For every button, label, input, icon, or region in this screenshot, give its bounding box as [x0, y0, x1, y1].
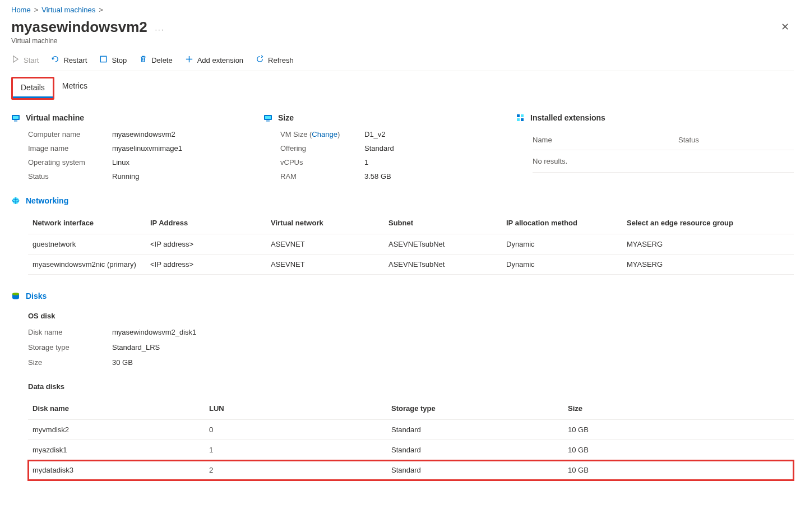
svg-rect-0: [101, 56, 107, 62]
value-os: Linux: [112, 158, 263, 166]
restart-icon: [51, 55, 59, 65]
refresh-icon: [256, 55, 264, 65]
plus-icon: [185, 55, 193, 65]
section-extensions: Installed extensions Name Status No resu…: [516, 113, 794, 181]
highlight-details-tab: Details: [11, 77, 54, 100]
disks-icon: [11, 292, 20, 300]
label-status: Status: [28, 172, 112, 181]
label-image-name: Image name: [28, 144, 112, 152]
svg-rect-5: [265, 116, 271, 119]
disks-header-link[interactable]: Disks: [26, 292, 47, 300]
size-icon: [263, 113, 272, 122]
label-size: Size: [28, 358, 112, 367]
osdisk-subheader: OS disk: [28, 312, 794, 320]
networking-table: Network interface IP Address Virtual net…: [28, 213, 794, 275]
table-row: myasewindowsvm2nic (primary) <IP address…: [28, 255, 794, 275]
value-ram: 3.58 GB: [364, 172, 516, 181]
label-storagetype: Storage type: [28, 343, 112, 351]
breadcrumb-vms[interactable]: Virtual machines: [41, 6, 95, 14]
page-title: myasewindowsvm2: [11, 18, 147, 36]
label-ram: RAM: [280, 172, 364, 181]
table-row-highlighted: mydatadisk3 2 Standard 10 GB: [28, 460, 794, 480]
value-image-name: myaselinuxvmimage1: [112, 144, 263, 152]
tab-details[interactable]: Details: [13, 78, 53, 98]
net-col-nic: Network interface: [28, 213, 146, 234]
section-vm-header: Virtual machine: [26, 113, 84, 122]
refresh-button[interactable]: Refresh: [256, 55, 294, 65]
value-offering: Standard: [364, 144, 516, 152]
ext-col-status: Status: [678, 136, 699, 144]
start-button[interactable]: Start: [11, 55, 39, 65]
more-actions-button[interactable]: ···: [155, 25, 164, 34]
close-button[interactable]: ✕: [776, 18, 794, 35]
vm-icon: [11, 113, 20, 122]
value-status: Running: [112, 172, 263, 181]
datadisks-subheader: Data disks: [28, 382, 794, 391]
chevron-right-icon: >: [34, 6, 39, 14]
disk-col-size: Size: [563, 399, 794, 420]
toolbar: Start Restart Stop Delete Add extension …: [11, 55, 794, 71]
tab-metrics[interactable]: Metrics: [54, 77, 95, 100]
svg-rect-8: [521, 114, 524, 117]
net-col-subnet: Subnet: [384, 213, 502, 234]
value-size: 30 GB: [112, 358, 308, 367]
section-ext-header: Installed extensions: [530, 113, 605, 122]
stop-button[interactable]: Stop: [99, 55, 127, 65]
net-col-vnet: Virtual network: [266, 213, 384, 234]
svg-rect-3: [14, 121, 17, 122]
delete-button[interactable]: Delete: [139, 55, 173, 65]
change-vmsize-link[interactable]: Change: [312, 130, 337, 138]
table-row: myazdisk1 1 Standard 10 GB: [28, 440, 794, 460]
svg-point-14: [12, 293, 19, 295]
svg-rect-9: [517, 118, 520, 121]
net-col-alloc: IP allocation method: [502, 213, 622, 234]
networking-header-link[interactable]: Networking: [26, 196, 68, 205]
value-vcpus: 1: [364, 158, 516, 166]
value-vmsize: D1_v2: [364, 130, 516, 138]
tabs: Details Metrics: [11, 77, 794, 100]
table-row: myvmdisk2 0 Standard 10 GB: [28, 420, 794, 440]
net-col-ip: IP Address: [146, 213, 266, 234]
extensions-icon: [516, 113, 525, 122]
value-diskname: myasewindowsvm2_disk1: [112, 328, 308, 336]
chevron-right-icon: >: [99, 6, 103, 14]
section-networking: Networking Network interface IP Address …: [11, 196, 794, 275]
section-size: Size VM Size (Change) D1_v2 Offering Sta…: [263, 113, 516, 181]
datadisks-table: Disk name LUN Storage type Size myvmdisk…: [28, 399, 794, 480]
table-row: guestnetwork <IP address> ASEVNET ASEVNE…: [28, 234, 794, 255]
play-icon: [11, 55, 20, 65]
label-diskname: Disk name: [28, 328, 112, 336]
trash-icon: [139, 55, 147, 65]
stop-icon: [99, 55, 108, 65]
breadcrumb-home[interactable]: Home: [11, 6, 31, 14]
add-extension-button[interactable]: Add extension: [185, 55, 243, 65]
label-os: Operating system: [28, 158, 112, 166]
svg-rect-10: [521, 118, 524, 121]
svg-rect-7: [517, 114, 520, 117]
disk-col-lun: LUN: [205, 399, 387, 420]
ext-table-header: Name Status: [533, 130, 794, 150]
section-virtual-machine: Virtual machine Computer name myasewindo…: [11, 113, 263, 181]
section-size-header: Size: [278, 113, 294, 122]
svg-rect-2: [13, 116, 18, 119]
net-col-erg: Select an edge resource group: [622, 213, 794, 234]
label-offering: Offering: [280, 144, 364, 152]
ext-empty-state: No results.: [533, 150, 794, 173]
page-header: myasewindowsvm2 ··· Virtual machine ✕: [11, 18, 794, 45]
ext-col-name: Name: [533, 136, 678, 144]
value-computer-name: myasewindowsvm2: [112, 130, 263, 138]
value-storagetype: Standard_LRS: [112, 343, 308, 351]
restart-button[interactable]: Restart: [51, 55, 87, 65]
svg-rect-6: [266, 121, 270, 122]
label-computer-name: Computer name: [28, 130, 112, 138]
section-disks: Disks OS disk Disk name myasewindowsvm2_…: [11, 292, 794, 480]
disk-col-st: Storage type: [387, 399, 563, 420]
label-vcpus: vCPUs: [280, 158, 364, 166]
page-subtitle: Virtual machine: [11, 37, 164, 45]
breadcrumb: Home > Virtual machines >: [11, 6, 794, 14]
networking-icon: [11, 196, 20, 205]
disk-col-name: Disk name: [28, 399, 205, 420]
label-vmsize: VM Size (Change): [280, 130, 364, 138]
